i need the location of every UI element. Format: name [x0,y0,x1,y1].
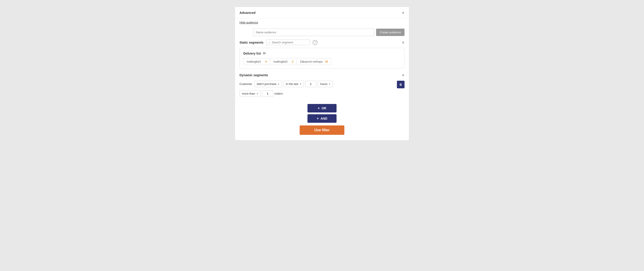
quantity-condition-chevron-icon: ∨ [256,92,258,95]
search-segment-input[interactable] [272,41,308,44]
mailing-item-3[interactable]: Zákazníci eshopu 35 [296,58,332,65]
condition-select[interactable]: didn't purchase ∨ [254,81,282,87]
unit-chevron-icon: ∨ [329,82,330,86]
condition-chevron-icon: ∨ [278,82,280,86]
mailing-name-1: mailinglist1 [247,60,261,63]
panel-title: Advanced [240,11,256,14]
static-segments-collapse-icon: ∧ [402,40,404,44]
or-button[interactable]: + OR [308,104,336,112]
static-segments-section: Static segments ⌕ ? ∧ Delivery list [240,40,404,68]
static-segments-header: Static segments ⌕ ? ∧ [240,40,404,45]
panel-body: Create audience Static segments ⌕ ? ∧ [235,26,409,140]
delivery-list-title: Delivery list [243,52,261,55]
collapse-button[interactable]: ∧ [402,10,404,15]
quantity-condition-select[interactable]: more than ∨ [240,90,261,97]
dynamic-segments-header: Dynamic segments ∧ [240,73,404,77]
hide-audience-link[interactable]: Hide audience [235,18,262,26]
quantity-condition-text: more than [242,92,255,95]
timeframe-chevron-icon: ∨ [300,82,302,86]
dynamic-segments-collapse-icon: ∧ [402,73,404,77]
dynamic-segments-collapse-button[interactable]: ∧ [402,73,404,77]
audience-name-row: Create audience [240,28,404,36]
and-label: AND [321,117,327,120]
mailing-count-2: 3 [292,60,294,63]
collapse-icon: ∧ [402,11,404,14]
unit-select[interactable]: hours ∨ [318,81,333,87]
filter-row-2: more than ∨ 1 orders [240,90,393,97]
action-buttons: + OR + AND Use filter [240,104,404,135]
static-segments-left: Static segments ⌕ ? [240,40,318,45]
filter-row-group: Customer didn't purchase ∨ in the last ∨… [240,81,404,98]
delete-icon: 🗑 [399,83,402,86]
and-button[interactable]: + AND [308,114,336,123]
audience-name-input[interactable] [253,28,374,36]
search-icon: ⌕ [268,41,270,44]
or-label: OR [322,106,326,110]
delivery-list-header: Delivery list ✉ [243,51,401,56]
static-segments-collapse-button[interactable]: ∧ [402,40,404,44]
static-segments-title: Static segments [240,41,264,44]
delete-filter-button[interactable]: 🗑 [397,81,404,88]
or-plus-icon: + [318,106,320,110]
panel-header: Advanced ∧ [235,7,409,18]
mailing-count-3: 35 [325,60,328,63]
timeframe-select[interactable]: in the last ∨ [283,81,304,87]
customer-label: Customer [240,82,252,86]
filter-row-1: Customer didn't purchase ∨ in the last ∨… [240,81,393,87]
dynamic-segments-title: Dynamic segments [240,73,268,77]
envelope-icon: ✉ [263,51,266,56]
time-number-input[interactable]: 1 [305,81,316,87]
quantity-number-input[interactable]: 1 [262,90,273,97]
search-wrap: ⌕ [266,40,310,45]
dynamic-segments-section: Dynamic segments ∧ Customer didn't purch… [240,73,404,135]
and-plus-icon: + [317,116,319,120]
mailing-name-2: mailinglist2 [273,60,288,63]
unit-text: hours [320,82,328,86]
help-icon: ? [312,40,318,45]
create-audience-button[interactable]: Create audience [376,28,404,36]
mailing-count-1: 4 [265,60,267,63]
delivery-list-box: Delivery list ✉ mailinglist1 4 mailingli… [240,48,404,68]
advanced-panel: Advanced ∧ Hide audience Create audience… [235,7,409,140]
orders-label: orders [274,92,283,95]
mailing-list: mailinglist1 4 mailinglist2 3 Zákazníci … [243,58,401,65]
filter-rows-inner: Customer didn't purchase ∨ in the last ∨… [240,81,393,98]
timeframe-text: in the last [286,82,298,86]
mailing-name-3: Zákazníci eshopu [300,60,323,63]
condition-text: didn't purchase [257,82,276,86]
mailing-item-2[interactable]: mailinglist2 3 [270,58,297,65]
mailing-item-1[interactable]: mailinglist1 4 [243,58,270,65]
use-filter-button[interactable]: Use filter [300,126,344,135]
